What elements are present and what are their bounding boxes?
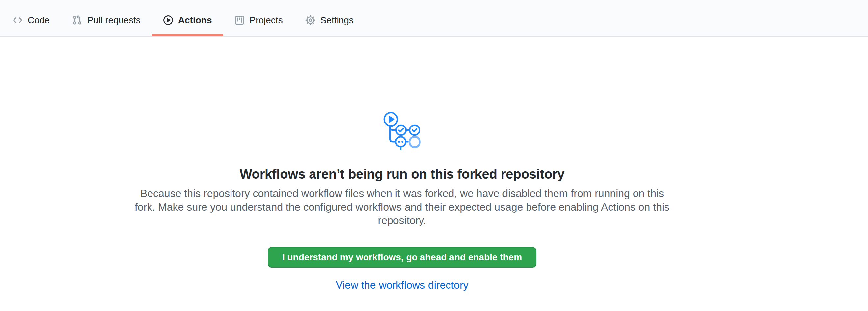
actions-disabled-panel: Workflows aren’t being run on this forke…	[0, 37, 868, 291]
tab-label: Code	[28, 16, 50, 25]
link-row: View the workflows directory	[130, 279, 674, 291]
tab-label: Settings	[320, 16, 354, 25]
pull-request-icon	[72, 15, 82, 25]
tab-projects[interactable]: Projects	[223, 5, 294, 36]
github-repo-page: Code Pull requests	[0, 0, 868, 291]
repo-tab-bar: Code Pull requests	[0, 0, 868, 37]
code-icon	[12, 15, 23, 25]
tab-code[interactable]: Code	[1, 5, 61, 36]
gear-icon	[305, 15, 315, 25]
tab-label: Projects	[250, 16, 283, 25]
enable-workflows-button[interactable]: I understand my workflows, go ahead and …	[268, 247, 536, 268]
blankslate: Workflows aren’t being run on this forke…	[130, 37, 674, 291]
tab-settings[interactable]: Settings	[294, 5, 365, 36]
play-icon	[163, 15, 173, 25]
tab-label: Actions	[178, 16, 212, 25]
workflow-icon	[383, 111, 422, 153]
tab-label: Pull requests	[87, 16, 141, 25]
view-workflows-directory-link[interactable]: View the workflows directory	[336, 279, 468, 291]
page-title: Workflows aren’t being run on this forke…	[130, 166, 674, 182]
project-icon	[235, 15, 245, 25]
tab-pull-requests[interactable]: Pull requests	[61, 5, 152, 36]
fork-workflows-description: Because this repository contained workfl…	[130, 187, 674, 227]
tab-actions[interactable]: Actions	[152, 5, 223, 36]
